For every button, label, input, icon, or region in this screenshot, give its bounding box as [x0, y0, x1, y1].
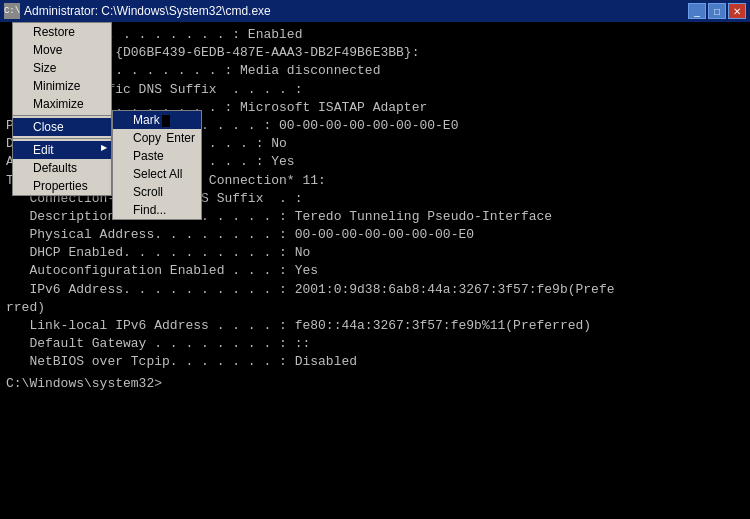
copy-shortcut: Enter	[166, 131, 195, 145]
system-menu: Restore Move Size Minimize Maximize Clos…	[12, 22, 112, 196]
terminal-line: ate. . . . . . . . . . . : Media disconn…	[6, 62, 744, 80]
titlebar: C:\ Administrator: C:\Windows\System32\c…	[0, 0, 750, 22]
menu-item-edit[interactable]: Edit	[13, 141, 111, 159]
terminal-line: Default Gateway . . . . . . . . : ::	[6, 335, 744, 353]
close-button[interactable]: ✕	[728, 3, 746, 19]
edit-find[interactable]: Find...	[113, 201, 201, 219]
menu-separator-1	[13, 115, 111, 116]
terminal-line: over Tcpip. . . . . . . . : Enabled	[6, 26, 744, 44]
terminal-line: rred)	[6, 299, 744, 317]
terminal-line: Physical Address. . . . . . . . : 00-00-…	[6, 226, 744, 244]
menu-separator-2	[13, 138, 111, 139]
terminal-line: DHCP Enabled. . . . . . . . . . : No	[6, 244, 744, 262]
edit-mark[interactable]: Mark	[113, 111, 201, 129]
menu-item-restore[interactable]: Restore	[13, 23, 111, 41]
window-title: Administrator: C:\Windows\System32\cmd.e…	[24, 4, 271, 18]
prompt-line: C:\Windows\system32>	[6, 376, 744, 391]
terminal-area: over Tcpip. . . . . . . . : Enabled ter …	[0, 22, 750, 519]
edit-paste[interactable]: Paste	[113, 147, 201, 165]
menu-item-close[interactable]: Close	[13, 118, 111, 136]
edit-copy[interactable]: Copy Enter	[113, 129, 201, 147]
terminal-line: ter isatap.{D06BF439-6EDB-487E-AAA3-DB2F…	[6, 44, 744, 62]
terminal-line: Autoconfiguration Enabled . . . : Yes	[6, 262, 744, 280]
terminal-line: IPv6 Address. . . . . . . . . . : 2001:0…	[6, 281, 744, 299]
cmd-icon: C:\	[4, 3, 20, 19]
menu-item-size[interactable]: Size	[13, 59, 111, 77]
maximize-button[interactable]: □	[708, 3, 726, 19]
titlebar-buttons: _ □ ✕	[688, 3, 746, 19]
titlebar-left: C:\ Administrator: C:\Windows\System32\c…	[4, 3, 271, 19]
menu-item-defaults[interactable]: Defaults	[13, 159, 111, 177]
menu-item-move[interactable]: Move	[13, 41, 111, 59]
terminal-line: Link-local IPv6 Address . . . . : fe80::…	[6, 317, 744, 335]
edit-select-all[interactable]: Select All	[113, 165, 201, 183]
prompt-text: C:\Windows\system32>	[6, 376, 162, 391]
minimize-button[interactable]: _	[688, 3, 706, 19]
mark-cursor	[162, 115, 170, 127]
menu-item-minimize[interactable]: Minimize	[13, 77, 111, 95]
edit-scroll[interactable]: Scroll	[113, 183, 201, 201]
menu-item-properties[interactable]: Properties	[13, 177, 111, 195]
terminal-line: NetBIOS over Tcpip. . . . . . . : Disabl…	[6, 353, 744, 371]
edit-submenu: Mark Copy Enter Paste Select All Scroll …	[112, 110, 202, 220]
menu-item-maximize[interactable]: Maximize	[13, 95, 111, 113]
terminal-line: tion-specific DNS Suffix . . . . :	[6, 81, 744, 99]
